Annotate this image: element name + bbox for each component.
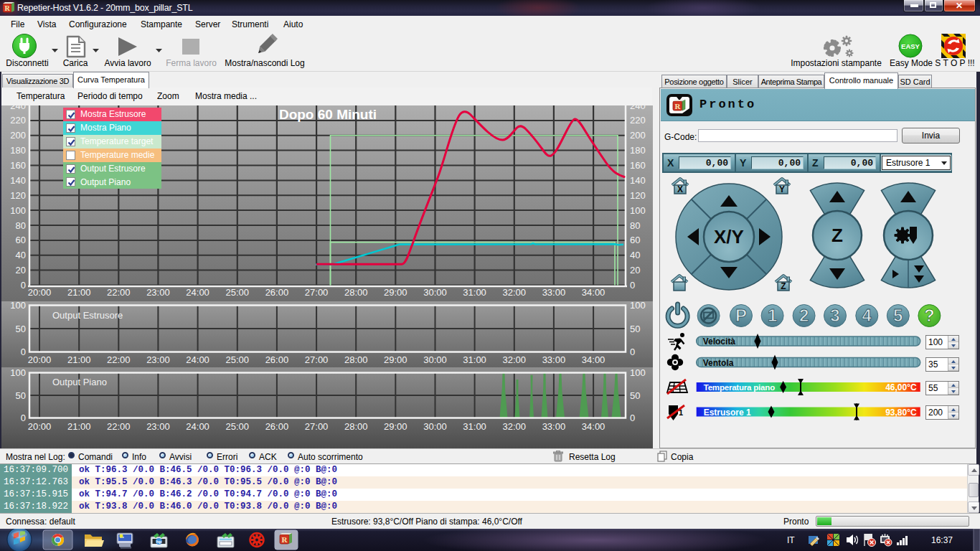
svg-text:22:00: 22:00 bbox=[107, 354, 131, 365]
svg-text:3: 3 bbox=[830, 306, 839, 325]
svg-text:50: 50 bbox=[16, 390, 26, 401]
svg-text:100: 100 bbox=[10, 300, 26, 311]
svg-text:22:00: 22:00 bbox=[107, 421, 131, 432]
svg-text:100: 100 bbox=[630, 300, 646, 311]
svg-text:100: 100 bbox=[10, 367, 26, 378]
svg-text:180: 180 bbox=[10, 145, 26, 156]
svg-text:Velocità: Velocità bbox=[703, 336, 736, 347]
svg-text:Dopo 60 Minuti: Dopo 60 Minuti bbox=[279, 107, 377, 122]
svg-text:32:00: 32:00 bbox=[503, 287, 527, 298]
svg-text:28:00: 28:00 bbox=[344, 421, 368, 432]
svg-text:Y: Y bbox=[779, 184, 785, 194]
svg-text:50: 50 bbox=[630, 390, 640, 401]
svg-text:20:00: 20:00 bbox=[28, 421, 52, 432]
svg-text:5: 5 bbox=[893, 306, 903, 325]
svg-text:26:00: 26:00 bbox=[265, 354, 289, 365]
svg-text:25:00: 25:00 bbox=[226, 354, 250, 365]
svg-text:24:00: 24:00 bbox=[186, 287, 209, 298]
svg-text:?: ? bbox=[924, 306, 935, 325]
svg-text:0: 0 bbox=[21, 347, 26, 357]
svg-text:28:00: 28:00 bbox=[344, 287, 368, 298]
svg-text:0: 0 bbox=[21, 413, 26, 423]
svg-text:240: 240 bbox=[10, 105, 26, 111]
svg-text:27:00: 27:00 bbox=[305, 354, 329, 365]
svg-text:0: 0 bbox=[630, 280, 635, 291]
svg-text:120: 120 bbox=[10, 190, 26, 201]
svg-text:23:00: 23:00 bbox=[146, 421, 170, 432]
svg-text:23:00: 23:00 bbox=[146, 287, 170, 298]
svg-text:140: 140 bbox=[10, 175, 26, 186]
svg-text:32:00: 32:00 bbox=[503, 421, 527, 432]
svg-text:R: R bbox=[282, 535, 288, 544]
svg-text:34:00: 34:00 bbox=[582, 287, 606, 298]
svg-text:20:00: 20:00 bbox=[28, 287, 52, 298]
svg-text:20:00: 20:00 bbox=[28, 354, 52, 365]
svg-text:Ventola: Ventola bbox=[703, 358, 734, 368]
svg-text:16:37: 16:37 bbox=[931, 535, 953, 545]
svg-text:0: 0 bbox=[21, 280, 26, 291]
svg-text:40: 40 bbox=[16, 250, 26, 260]
svg-text:180: 180 bbox=[630, 145, 646, 156]
svg-text:33:00: 33:00 bbox=[542, 287, 566, 298]
svg-text:240: 240 bbox=[630, 105, 646, 111]
svg-text:140: 140 bbox=[630, 175, 646, 186]
svg-text:32:00: 32:00 bbox=[503, 354, 527, 365]
svg-text:25:00: 25:00 bbox=[226, 421, 250, 432]
svg-text:26:00: 26:00 bbox=[265, 287, 289, 298]
svg-text:200: 200 bbox=[630, 130, 646, 141]
svg-text:30:00: 30:00 bbox=[423, 421, 447, 432]
svg-text:24:00: 24:00 bbox=[186, 421, 209, 432]
svg-text:80: 80 bbox=[630, 220, 640, 231]
svg-text:29:00: 29:00 bbox=[384, 354, 407, 365]
svg-text:29:00: 29:00 bbox=[384, 287, 407, 298]
svg-text:R: R bbox=[4, 4, 10, 12]
svg-text:X/Y: X/Y bbox=[714, 226, 744, 248]
svg-text:Output Estrusore: Output Estrusore bbox=[52, 310, 123, 321]
svg-text:30:00: 30:00 bbox=[423, 287, 447, 298]
svg-text:1: 1 bbox=[768, 306, 777, 325]
svg-text:22:00: 22:00 bbox=[107, 287, 131, 298]
svg-text:21:00: 21:00 bbox=[67, 287, 91, 298]
svg-text:160: 160 bbox=[10, 160, 26, 171]
svg-text:31:00: 31:00 bbox=[463, 421, 486, 432]
svg-text:100: 100 bbox=[630, 367, 646, 378]
svg-text:100: 100 bbox=[10, 205, 26, 216]
svg-text:26:00: 26:00 bbox=[265, 421, 289, 432]
svg-text:24:00: 24:00 bbox=[186, 354, 209, 365]
svg-text:50: 50 bbox=[630, 324, 640, 334]
svg-text:R: R bbox=[675, 102, 682, 110]
svg-text:33:00: 33:00 bbox=[542, 421, 566, 432]
svg-text:23:00: 23:00 bbox=[146, 354, 170, 365]
svg-text:27:00: 27:00 bbox=[305, 287, 329, 298]
svg-text:34:00: 34:00 bbox=[582, 421, 606, 432]
svg-text:1: 1 bbox=[679, 408, 683, 417]
svg-text:Temperatura piano: Temperatura piano bbox=[704, 383, 775, 392]
svg-text:P: P bbox=[735, 306, 747, 325]
svg-text:Z: Z bbox=[781, 281, 786, 291]
svg-text:93,80°C: 93,80°C bbox=[885, 408, 917, 418]
svg-text:21:00: 21:00 bbox=[67, 354, 91, 365]
svg-text:Z: Z bbox=[831, 225, 843, 246]
svg-text:29:00: 29:00 bbox=[384, 421, 407, 432]
svg-text:60: 60 bbox=[16, 235, 26, 245]
svg-text:31:00: 31:00 bbox=[463, 287, 486, 298]
svg-text:2: 2 bbox=[799, 306, 809, 325]
svg-text:IT: IT bbox=[787, 535, 795, 545]
svg-text:220: 220 bbox=[630, 115, 646, 126]
svg-text:34:00: 34:00 bbox=[582, 354, 606, 365]
svg-text:220: 220 bbox=[10, 115, 26, 126]
svg-text:hp: hp bbox=[156, 540, 162, 544]
svg-text:Output Piano: Output Piano bbox=[52, 377, 107, 387]
svg-text:120: 120 bbox=[630, 190, 646, 201]
svg-text:27:00: 27:00 bbox=[305, 421, 329, 432]
svg-text:100: 100 bbox=[630, 205, 646, 216]
svg-text:0: 0 bbox=[630, 413, 635, 423]
svg-text:0: 0 bbox=[630, 347, 635, 357]
svg-text:80: 80 bbox=[16, 220, 26, 231]
svg-text:21:00: 21:00 bbox=[67, 421, 91, 432]
svg-text:31:00: 31:00 bbox=[463, 354, 486, 365]
svg-text:X: X bbox=[677, 184, 683, 194]
svg-text:50: 50 bbox=[16, 324, 26, 334]
svg-text:EASY: EASY bbox=[901, 42, 920, 50]
svg-text:4: 4 bbox=[862, 306, 872, 325]
